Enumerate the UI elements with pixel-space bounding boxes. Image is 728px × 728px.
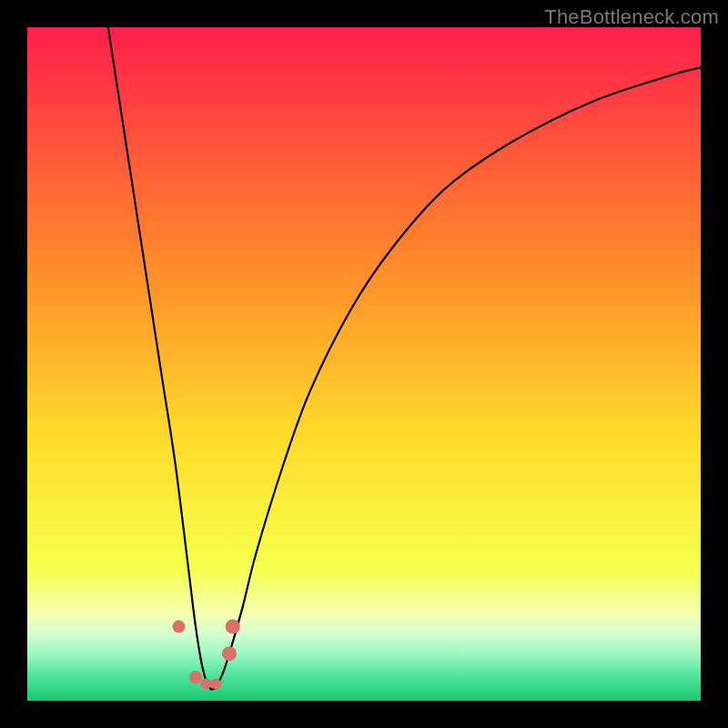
watermark-text: TheBottleneck.com: [544, 5, 719, 29]
curve-marker: [222, 646, 237, 661]
chart-svg: [27, 27, 701, 701]
gradient-background: [27, 27, 701, 701]
chart-plot-area: [27, 27, 701, 701]
curve-marker: [173, 621, 186, 633]
curve-marker: [226, 620, 240, 634]
curve-marker: [210, 679, 221, 690]
curve-marker: [189, 671, 202, 683]
curve-marker: [200, 679, 211, 690]
